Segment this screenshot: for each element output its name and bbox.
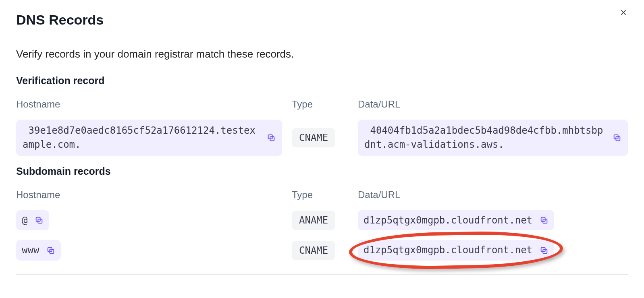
header-data: Data/URL bbox=[358, 99, 628, 110]
data-text: d1zp5qtgx0mgpb.cloudfront.net bbox=[364, 243, 532, 257]
close-button[interactable] bbox=[619, 8, 628, 19]
data-value: d1zp5qtgx0mgpb.cloudfront.net bbox=[358, 240, 554, 261]
verification-row: _39e1e8d7e0aedc8165cf52a176612124.testex… bbox=[16, 120, 628, 156]
hostname-value: @ bbox=[16, 210, 49, 231]
data-value: d1zp5qtgx0mgpb.cloudfront.net bbox=[358, 210, 554, 231]
type-value: ANAME bbox=[292, 211, 335, 230]
hostname-text: _39e1e8d7e0aedc8165cf52a176612124.testex… bbox=[23, 124, 260, 152]
header-data: Data/URL bbox=[358, 189, 628, 201]
hostname-text: www bbox=[22, 243, 39, 257]
table-header-row: Hostname Type Data/URL bbox=[16, 189, 628, 201]
hostname-value: www bbox=[16, 240, 61, 261]
copy-icon[interactable] bbox=[613, 133, 621, 142]
data-value: _40404fb1d5a2a1bdec5b4ad98de4cfbb.mhbtsb… bbox=[358, 120, 628, 156]
copy-icon[interactable] bbox=[46, 246, 55, 255]
type-value: CNAME bbox=[292, 128, 335, 147]
table-header-row: Hostname Type Data/URL bbox=[16, 99, 628, 110]
close-icon bbox=[619, 11, 628, 18]
data-text: d1zp5qtgx0mgpb.cloudfront.net bbox=[364, 213, 532, 228]
type-value: CNAME bbox=[292, 241, 335, 260]
copy-icon[interactable] bbox=[540, 216, 548, 225]
page-title: DNS Records bbox=[16, 12, 628, 28]
subdomain-row: www CNAME d1zp5qtgx0mgpb.cloudfront.net bbox=[16, 240, 628, 261]
header-type: Type bbox=[292, 99, 348, 110]
header-hostname: Hostname bbox=[16, 99, 282, 110]
header-hostname: Hostname bbox=[16, 189, 282, 201]
hostname-value: _39e1e8d7e0aedc8165cf52a176612124.testex… bbox=[16, 120, 282, 156]
hostname-text: @ bbox=[22, 213, 27, 228]
copy-icon[interactable] bbox=[267, 133, 276, 142]
copy-icon[interactable] bbox=[540, 246, 548, 255]
copy-icon[interactable] bbox=[35, 216, 44, 225]
instruction-text: Verify records in your domain registrar … bbox=[16, 48, 628, 60]
subdomain-row: @ ANAME d1zp5qtgx0mgpb.cloudfront.net bbox=[16, 210, 628, 231]
subdomain-heading: Subdomain records bbox=[16, 166, 628, 177]
verification-heading: Verification record bbox=[16, 75, 628, 87]
highlighted-data: d1zp5qtgx0mgpb.cloudfront.net bbox=[358, 240, 554, 261]
divider bbox=[16, 274, 628, 275]
header-type: Type bbox=[292, 189, 348, 201]
data-text: _40404fb1d5a2a1bdec5b4ad98de4cfbb.mhbtsb… bbox=[364, 124, 605, 152]
